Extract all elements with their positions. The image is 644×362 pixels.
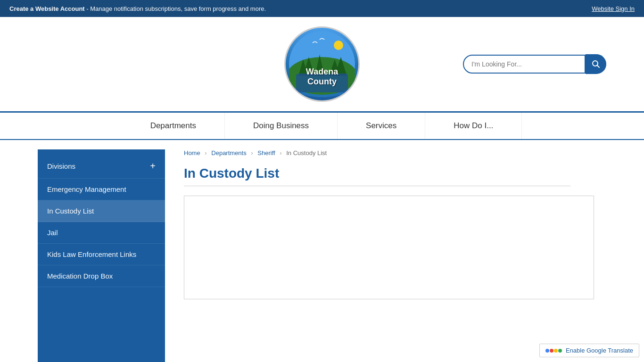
- svg-point-8: [334, 41, 343, 50]
- google-translate-bar[interactable]: Enable Google Translate: [539, 344, 639, 357]
- create-account-link[interactable]: Create a Website Account: [9, 5, 85, 12]
- search-area: [463, 54, 606, 74]
- sidebar-item-kids-law-enforcement[interactable]: Kids Law Enforcement Links: [38, 244, 165, 265]
- page-title: In Custody List: [184, 166, 570, 186]
- sidebar-item-jail[interactable]: Jail: [38, 222, 165, 244]
- sign-in-button[interactable]: Website Sign In: [592, 5, 635, 12]
- search-input[interactable]: [463, 55, 586, 74]
- breadcrumb: Home › Departments › Sheriff › In Custod…: [184, 149, 570, 156]
- content-area: Home › Departments › Sheriff › In Custod…: [165, 140, 589, 362]
- plus-icon: +: [150, 161, 156, 172]
- top-bar: Create a Website Account - Manage notifi…: [0, 0, 644, 17]
- header: Wadena County: [0, 17, 644, 113]
- breadcrumb-home[interactable]: Home: [184, 149, 200, 156]
- county-logo[interactable]: Wadena County: [284, 26, 360, 102]
- nav-departments[interactable]: Departments: [122, 113, 225, 139]
- sidebar-item-divisions[interactable]: Divisions +: [38, 154, 165, 179]
- logo-text: Wadena County: [306, 67, 338, 87]
- sidebar: Divisions + Emergency Management In Cust…: [38, 149, 165, 362]
- nav-how-do-i[interactable]: How Do I...: [425, 113, 522, 139]
- search-button[interactable]: [586, 54, 606, 74]
- nav-doing-business[interactable]: Doing Business: [225, 113, 338, 139]
- google-icon: [545, 349, 562, 353]
- breadcrumb-sheriff[interactable]: Sheriff: [257, 149, 275, 156]
- breadcrumb-departments[interactable]: Departments: [211, 149, 246, 156]
- sidebar-item-medication-drop-box[interactable]: Medication Drop Box: [38, 265, 165, 287]
- logo-svg: [289, 31, 355, 97]
- main-content: Divisions + Emergency Management In Cust…: [0, 140, 644, 362]
- content-box: [184, 196, 594, 299]
- translate-label: Enable Google Translate: [566, 347, 633, 354]
- main-nav: Departments Doing Business Services How …: [0, 113, 644, 140]
- breadcrumb-current: In Custody List: [286, 149, 327, 156]
- svg-line-11: [597, 66, 600, 68]
- search-icon: [592, 60, 600, 68]
- create-account-text: Create a Website Account - Manage notifi…: [9, 5, 266, 12]
- sidebar-item-emergency-management[interactable]: Emergency Management: [38, 179, 165, 200]
- nav-services[interactable]: Services: [338, 113, 425, 139]
- sidebar-item-in-custody-list[interactable]: In Custody List: [38, 200, 165, 222]
